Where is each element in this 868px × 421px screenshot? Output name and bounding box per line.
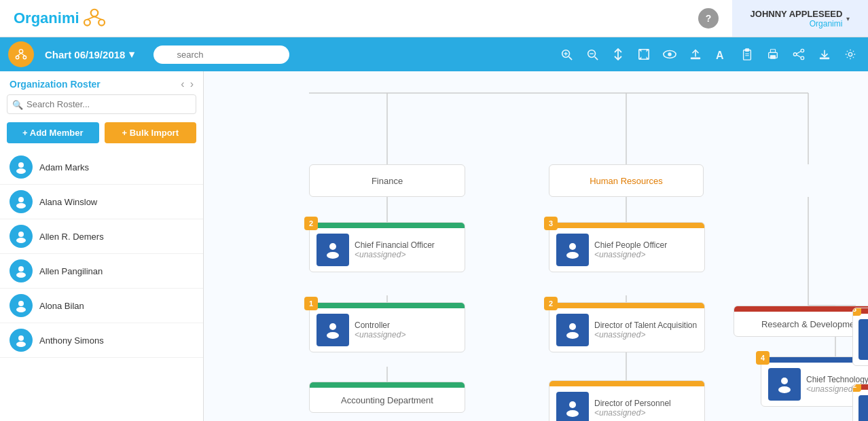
member-list: Adam Marks Alana Winslow Allen R. Demers… [0,150,203,421]
svg-point-77 [781,378,788,384]
svg-point-5 [19,50,22,53]
sort-icon[interactable] [609,45,628,64]
list-item[interactable]: Allen Pangilinan [0,254,203,289]
svg-point-69 [569,243,576,250]
cfo-title: Chief Financial Officer [355,240,435,250]
roster-search-input[interactable] [7,94,196,114]
chart-title-button[interactable]: Chart 06/19/2018 ▾ [45,48,134,60]
search-roster-wrapper: 🔍 [7,94,196,114]
toolbar: Chart 06/19/2018 ▾ 🔍 A [0,37,868,71]
rd-header-bar [734,306,868,312]
partial-right-bottom[interactable]: 2 [852,384,868,421]
controller-badge: 1 [304,297,318,310]
settings-icon[interactable] [841,45,860,64]
hr-dept-box[interactable]: Human Resources [549,164,704,197]
upload-icon[interactable] [686,45,705,64]
top-header: Organimi ? JOHNNY APPLESEED Organimi ▾ [0,0,868,37]
svg-point-37 [18,162,24,168]
sidebar-prev-button[interactable]: ‹ [181,78,184,90]
svg-point-67 [329,243,336,250]
svg-rect-21 [691,58,700,60]
svg-point-30 [801,49,804,52]
svg-point-68 [327,252,339,259]
sidebar-title: Organization Roster [10,79,101,90]
svg-rect-24 [745,49,748,52]
cfo-body: Chief Financial Officer <unassigned> [310,228,465,272]
svg-point-43 [18,266,24,272]
chart-title-text: Chart 06/19/2018 [45,49,125,60]
org-home-button[interactable] [8,41,34,67]
list-item[interactable]: Alana Winslow [0,185,203,219]
clipboard-icon[interactable] [738,45,757,64]
dir-talent-node[interactable]: 2 Director of Talent Acquisition <unassi… [549,302,705,352]
dir-personnel-node[interactable]: Director of Personnel <unassigned> [549,380,705,421]
partial-right-top[interactable]: 3 [852,308,868,366]
zoom-in-icon[interactable] [557,45,576,64]
toolbar-icons: A [557,45,860,64]
cfo-icon [317,234,349,266]
print-icon[interactable] [763,45,782,64]
avatar [10,294,33,317]
list-item[interactable]: Anthony Simons [0,323,203,358]
cpo-badge: 3 [544,217,558,230]
cto-icon [768,368,801,401]
dir-talent-header-bar [549,303,704,308]
dir-talent-icon [556,314,589,346]
svg-point-72 [327,332,339,339]
share-icon[interactable] [789,45,808,64]
accounting-dept-box[interactable]: Accounting Department [309,382,465,413]
sidebar: Organization Roster ‹ › 🔍 + Add Member +… [0,71,204,421]
svg-point-71 [329,323,336,330]
dir-talent-text: Director of Talent Acquisition <unassign… [594,321,697,340]
cpo-name: <unassigned> [594,250,667,259]
eye-icon[interactable] [660,45,679,64]
cfo-node[interactable]: 2 Chief Financial Officer <unassigned> [309,222,465,272]
svg-point-47 [18,335,24,341]
bulk-import-button[interactable]: + Bulk Import [105,122,197,143]
cpo-header-bar [549,223,704,228]
list-item[interactable]: Allen R. Demers [0,219,203,254]
svg-point-75 [569,401,576,408]
cpo-node[interactable]: 3 Chief People Officer <unassigned> [549,222,705,272]
cto-title: Chief Technology Officer [806,375,868,384]
svg-point-76 [566,410,579,417]
action-buttons: + Add Member + Bulk Import [0,120,203,150]
svg-point-6 [16,56,19,59]
avatar [10,225,33,248]
dir-personnel-body: Director of Personnel <unassigned> [549,386,704,421]
cpo-body: Chief People Officer <unassigned> [549,228,704,272]
help-button[interactable]: ? [698,8,719,29]
svg-line-4 [94,16,102,19]
svg-point-44 [16,272,26,278]
finance-dept-box[interactable]: Finance [309,164,465,197]
list-item[interactable]: Alona Bilan [0,289,203,323]
chart-area[interactable]: Finance Human Resources 2 Chief Financia… [204,71,868,421]
user-menu-chevron[interactable]: ▾ [846,15,850,22]
svg-point-42 [16,238,26,243]
controller-node[interactable]: 1 Controller <unassigned> [309,302,465,352]
svg-point-0 [90,10,98,17]
partial-top-icon [858,319,868,360]
svg-point-31 [793,53,797,56]
sidebar-next-button[interactable]: › [190,78,194,90]
user-area[interactable]: JOHNNY APPLESEED Organimi ▾ [732,0,868,37]
cfo-badge: 2 [304,217,318,230]
toolbar-search-input[interactable] [153,45,289,64]
member-name: Alana Winslow [39,197,97,207]
fit-screen-icon[interactable] [634,45,653,64]
download-icon[interactable] [815,45,834,64]
zoom-out-icon[interactable] [583,45,602,64]
svg-point-41 [18,232,24,237]
controller-name: <unassigned> [355,330,405,340]
add-member-button[interactable]: + Add Member [7,122,99,143]
rd-dept-box[interactable]: Research & Development [734,306,868,337]
dir-personnel-title: Director of Personnel [594,399,671,408]
cfo-header-bar [310,223,465,228]
cfo-name: <unassigned> [355,250,435,259]
list-item[interactable]: Adam Marks [0,150,203,185]
controller-title: Controller [355,321,405,330]
svg-rect-35 [820,58,829,60]
font-icon[interactable]: A [712,45,731,64]
member-name: Allen R. Demers [39,232,104,242]
controller-text: Controller <unassigned> [355,321,405,340]
